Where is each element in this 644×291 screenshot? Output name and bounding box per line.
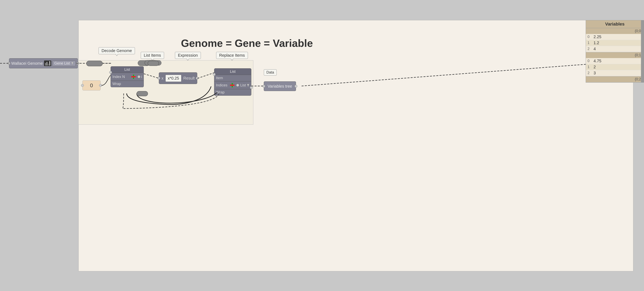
list-item-label-bubble: List Items [141,52,164,59]
expression-x-label: x [162,76,164,81]
replace-items-label-bubble: Replace Items [216,52,248,59]
replace-port-item: Item [214,75,251,81]
section-id-1: {0;1} [586,52,644,58]
list-item-port-index: Index N i [111,73,144,81]
decode-genome-label: Decode Genome [98,47,135,54]
wallacei-icon [44,60,51,66]
replace-items-node[interactable]: List Item Indices List Wrap [214,68,251,96]
wallacei-port-left [8,62,10,65]
var-index: 0 [588,35,592,39]
list-item-node[interactable]: List Index N i Wrap [110,66,144,87]
expression-port-right [196,77,199,80]
index-plus-icon [131,74,136,80]
canvas-title: Genome = Gene = Variable [181,37,313,49]
var-value: 2.25 [594,34,601,39]
section-id-0: {0;0} [586,28,644,34]
var-row: 0 2.25 [586,34,644,40]
oval-connector-2 [150,60,162,65]
list-port-left [109,71,112,74]
list-item-title: List [111,66,144,73]
variables-tree-node[interactable]: Variables tree [264,81,296,91]
replace-port-indices: Indices List [214,81,251,89]
wallacei-genome-node[interactable]: Wallacei Genome Gene List [9,58,78,68]
number-node[interactable]: 0 [82,80,100,90]
var-value: 2 [594,65,596,69]
number-port-left [81,84,84,87]
replace-funnel-icon [247,84,250,87]
section-id-2: {0;2} [586,76,644,82]
svg-marker-0 [71,62,74,64]
expression-formula[interactable]: x*0.25 [166,75,181,82]
variables-section-0: {0;0} 0 2.25 1 1.2 2 4 [586,28,644,52]
expression-port-left [158,77,160,80]
var-index: 1 [588,65,592,69]
replace-port-right [250,86,253,89]
var-value: 4.75 [594,59,601,63]
var-index: 0 [588,59,592,63]
replace-port-left [213,73,216,76]
replace-items-title: List [214,68,251,75]
variables-tree-port-left [262,85,265,88]
wallacei-port-right [76,62,79,65]
oval-connector-1 [138,60,150,66]
index-port-right [138,75,140,78]
indices-plus-icon [230,82,235,88]
expression-result-label: Result [183,76,195,81]
variables-tree-port-right [294,85,297,88]
number-port-right [99,84,102,87]
var-row: 1 1.2 [586,40,644,46]
var-value: 3 [594,71,596,75]
var-index: 1 [588,41,592,45]
var-row: 1 2 [586,64,644,70]
indices-port-right [236,84,239,87]
var-index: 2 [588,47,592,51]
variables-section-2: {0;2} [586,76,644,82]
var-row: 2 4 [586,46,644,52]
variables-scrollbar[interactable] [641,20,644,82]
var-value: 4 [594,47,596,51]
list-item-port-wrap: Wrap [111,81,144,87]
var-value: 1.2 [594,41,599,45]
expression-label-bubble: Expression [175,52,201,59]
variables-section-1: {0;1} 0 4.75 1 2 2 3 [586,52,644,76]
var-row: 0 4.75 [586,58,644,64]
var-row: 2 3 [586,70,644,76]
svg-marker-1 [247,84,249,86]
var-index: 2 [588,71,592,75]
data-label-bubble: Data [264,69,277,76]
wallacei-label: Wallacei Genome [11,61,43,66]
funnel-icon [71,62,74,65]
variables-panel-header: Variables [586,20,644,28]
expression-node[interactable]: x x*0.25 Result [159,72,197,84]
gene-list-port[interactable]: Gene List [52,61,76,66]
replace-port-wrap: Wrap [214,89,251,95]
variables-panel: Variables {0;0} 0 2.25 1 1.2 2 4 {0;1} 0… [586,20,644,83]
